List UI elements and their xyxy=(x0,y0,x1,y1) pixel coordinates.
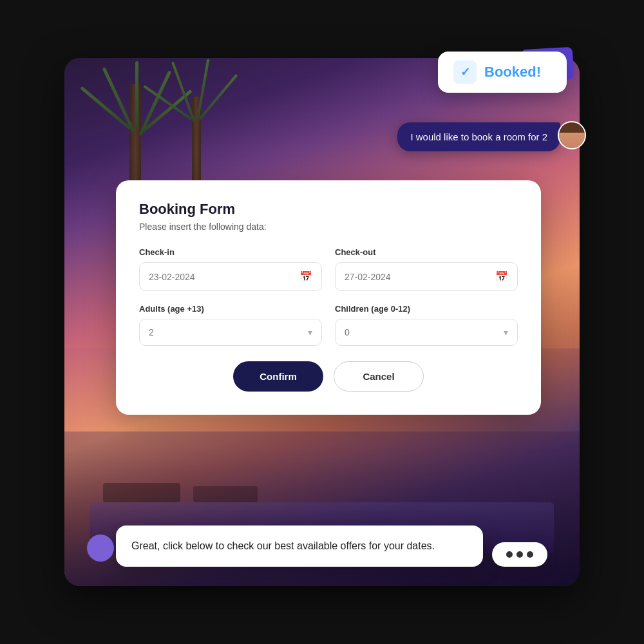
confirm-button[interactable]: Confirm xyxy=(233,361,323,392)
checkout-label: Check-out xyxy=(335,247,518,257)
checkin-field: Check-in 23-02-2024 📅 xyxy=(139,247,322,291)
children-select[interactable]: 0 ▾ xyxy=(335,319,518,346)
adults-chevron-icon: ▾ xyxy=(308,327,312,337)
checkout-value: 27-02-2024 xyxy=(345,272,391,282)
bot-avatar xyxy=(87,535,114,562)
adults-select[interactable]: 2 ▾ xyxy=(139,319,322,346)
checkin-label: Check-in xyxy=(139,247,322,257)
bot-message-text: Great, click below to check our best ava… xyxy=(131,540,435,551)
bot-chat-bubble: Great, click below to check our best ava… xyxy=(116,526,483,567)
checkin-value: 23-02-2024 xyxy=(149,272,195,282)
adults-value: 2 xyxy=(149,327,154,337)
date-row: Check-in 23-02-2024 📅 Check-out 27-02-20… xyxy=(139,247,518,291)
booked-label: Booked! xyxy=(484,64,541,80)
children-label: Children (age 0-12) xyxy=(335,304,518,314)
typing-dot-3 xyxy=(527,551,533,558)
checkout-input[interactable]: 27-02-2024 📅 xyxy=(335,262,518,291)
user-message-text: I would like to book a room for 2 xyxy=(410,131,547,142)
children-value: 0 xyxy=(345,327,350,337)
form-buttons: Confirm Cancel xyxy=(139,361,518,392)
checkout-calendar-icon: 📅 xyxy=(495,270,508,283)
checkin-input[interactable]: 23-02-2024 📅 xyxy=(139,262,322,291)
children-chevron-icon: ▾ xyxy=(504,327,508,337)
check-icon: ✓ xyxy=(453,61,477,84)
booking-form-card: Booking Form Please insert the following… xyxy=(116,180,541,415)
adults-field: Adults (age +13) 2 ▾ xyxy=(139,304,322,346)
children-field: Children (age 0-12) 0 ▾ xyxy=(335,304,518,346)
cancel-button[interactable]: Cancel xyxy=(334,361,424,392)
guests-row: Adults (age +13) 2 ▾ Children (age 0-12)… xyxy=(139,304,518,346)
typing-dot-2 xyxy=(516,551,523,558)
booked-notification: ✓ Booked! xyxy=(438,52,567,93)
typing-dot-1 xyxy=(506,551,513,558)
typing-indicator xyxy=(492,542,547,567)
user-avatar xyxy=(558,121,586,149)
scene: ✓ Booked! I would like to book a room fo… xyxy=(45,39,599,605)
form-title: Booking Form xyxy=(139,201,518,218)
user-chat-bubble: I would like to book a room for 2 xyxy=(397,122,560,151)
form-subtitle: Please insert the following data: xyxy=(139,222,518,232)
checkout-field: Check-out 27-02-2024 📅 xyxy=(335,247,518,291)
adults-label: Adults (age +13) xyxy=(139,304,322,314)
checkin-calendar-icon: 📅 xyxy=(299,270,312,283)
